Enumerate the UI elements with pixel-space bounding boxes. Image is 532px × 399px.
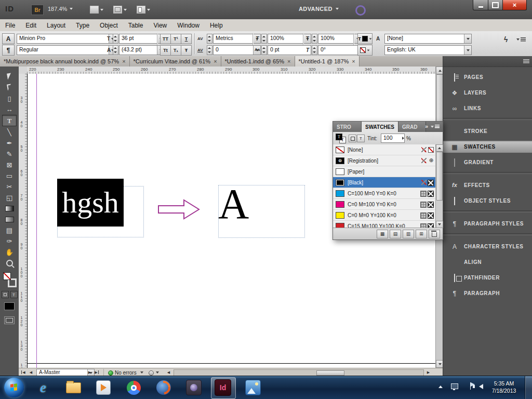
show-all-swatches-button[interactable]: ▦ [377,230,388,238]
internet-explorer-icon[interactable]: e [34,379,52,396]
pencil-tool[interactable]: ✎ [3,149,16,159]
swatch-row-yellow[interactable]: C=0 M=0 Y=100 K=0 [333,210,436,221]
formatting-affects-text-button[interactable]: T [357,135,365,142]
chrome-icon[interactable] [125,379,142,396]
new-swatch-button[interactable]: ⊞ [416,230,427,238]
menu-file[interactable]: File [0,22,20,29]
taskbar-clock[interactable]: 5:35 AM 7/18/2013 [485,380,523,394]
maximize-button[interactable] [488,0,502,10]
font-family-dropdown[interactable]: Minion Pro [17,34,116,44]
note-tool[interactable]: ▤ [3,225,16,235]
tracking-dropdown[interactable]: 0 [213,45,261,55]
margin-guide[interactable] [36,74,37,368]
tint-field[interactable]: 100 [381,134,405,143]
workspace-switcher[interactable]: ADVANCED [299,6,339,12]
font-size-dropdown[interactable]: 36 pt [119,34,165,44]
scrollbar-thumb[interactable] [436,152,443,201]
scrollbar-thumb[interactable] [316,370,344,376]
fill-stroke-proxy[interactable]: T T [336,134,346,143]
zoom-level-dropdown[interactable]: 187.4% [48,6,73,12]
dock-item-character-styles[interactable]: ACHARACTER STYLES [443,241,532,252]
rectangle-frame-tool[interactable]: ⊠ [3,159,16,170]
zoom-tool[interactable] [3,258,16,268]
line-tool[interactable]: ╲ [3,127,16,137]
formatting-affects-container-button[interactable] [349,135,356,142]
fill-stroke-controls[interactable] [3,272,16,288]
tint-slider-icon[interactable] [402,137,404,140]
dock-item-align[interactable]: ALIGN [443,256,532,268]
swatch-row-paper[interactable]: [Paper] [333,166,436,177]
kerning-stepper[interactable] [207,34,212,44]
leading-dropdown[interactable]: (43.2 pt) [119,45,165,55]
dock-item-links[interactable]: ∞LINKS [443,102,532,114]
first-page-button[interactable]: ◀ [20,369,26,375]
dock-item-paragraph[interactable]: ¶PARAGRAPH [443,287,532,299]
swatch-row-cyan[interactable]: C=100 M=0 Y=0 K=0 [333,188,436,199]
small-caps-button[interactable]: Tt [160,45,171,56]
dock-item-stroke[interactable]: STROKE [443,125,532,137]
document-tab-3[interactable]: *Untitled-1.indd @ 65% × [221,56,295,66]
menu-edit[interactable]: Edit [20,22,42,29]
dock-item-pathfinder[interactable]: PATHFINDER [443,272,532,284]
vertical-scale-dropdown[interactable]: 100% [268,34,311,44]
document-tab-2[interactable]: *Curriculum Vitae.indd @ 61% × [130,56,221,66]
text-fill-icon[interactable]: T [336,134,342,140]
menu-type[interactable]: Type [71,22,95,29]
formatting-affects-text-button[interactable]: T [10,291,18,298]
font-style-dropdown[interactable]: Regular [17,45,116,55]
close-tab-icon[interactable]: × [214,58,217,64]
swatch-list-scrollbar[interactable] [435,144,443,228]
dock-item-object-styles[interactable]: OBJECT STYLES [443,195,532,207]
show-hidden-icons-button[interactable] [438,385,443,388]
pen-tool[interactable]: ✒ [3,138,16,148]
hand-tool[interactable]: ✋ [3,247,16,257]
gradient-panel-tab[interactable]: GRAD [398,122,426,132]
horizontal-scale-stepper[interactable] [312,34,317,44]
scroll-right-button[interactable]: ▶ [425,369,432,375]
dock-item-effects[interactable]: fxEFFECTS [443,179,532,191]
menu-window[interactable]: Window [172,22,205,29]
superscript-button[interactable]: T¹ [170,34,181,44]
subscript-button[interactable]: T₁ [170,45,181,56]
arrange-documents-button[interactable] [135,5,152,14]
tracking-stepper[interactable] [207,45,212,55]
network-tray-icon[interactable] [451,383,458,389]
swatch-row-black-selected[interactable]: [Black] [333,177,436,188]
view-options-button[interactable] [88,5,105,14]
direct-selection-tool[interactable] [3,82,16,92]
scroll-up-button[interactable] [436,144,443,152]
right-arrow-shape[interactable] [158,198,201,220]
dock-item-pages[interactable]: PAGES [443,71,532,83]
document-tab-1[interactable]: *Multipurpose black annual book.indd @ 5… [0,56,130,66]
paragraph-formatting-button[interactable]: ¶ [2,45,15,56]
skew-stepper[interactable] [312,45,317,55]
preflight-menu-icon[interactable] [149,370,154,376]
character-formatting-button[interactable]: A [2,33,15,44]
baseline-shift-field[interactable]: 0 pt [268,45,311,55]
cs-live-icon[interactable] [355,5,366,16]
adobe-app-icon[interactable] [185,379,203,396]
free-transform-tool[interactable]: ◱ [3,192,16,203]
scissors-tool[interactable]: ✂ [3,181,16,192]
photo-viewer-icon[interactable] [244,379,262,396]
eyedropper-tool[interactable]: ✑ [3,236,16,246]
start-button[interactable] [4,378,24,397]
gap-tool[interactable]: ↔ [3,104,16,114]
close-tab-icon[interactable]: × [352,58,355,64]
apply-color-button[interactable] [4,302,15,310]
dock-item-gradient[interactable]: GRADIENT [443,156,532,168]
gradient-swatch-tool[interactable] [3,203,16,214]
preflight-dropdown-icon[interactable] [140,371,143,374]
horizontal-scale-dropdown[interactable]: 100% [318,34,362,44]
close-tab-icon[interactable]: × [287,58,290,64]
quick-apply-icon[interactable]: ϟ [504,35,508,44]
expand-panel-icon[interactable]: » [425,123,428,129]
menu-object[interactable]: Object [95,22,123,29]
previous-page-button[interactable]: ◀ [28,369,34,375]
menu-help[interactable]: Help [205,22,228,29]
dock-item-swatches-active[interactable]: ▦SWATCHES [443,141,532,153]
page-tool[interactable]: ▯ [3,93,16,103]
vertical-scale-stepper[interactable] [261,34,267,44]
type-tool[interactable]: T [2,115,17,126]
show-gradient-swatches-button[interactable]: ▥ [403,230,414,238]
